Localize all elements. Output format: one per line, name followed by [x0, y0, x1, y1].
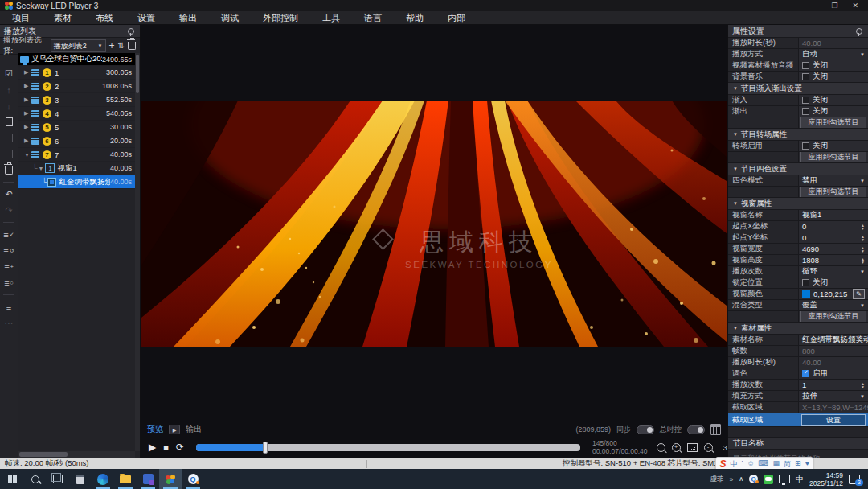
playlist-select[interactable]: 播放列表2 ▼: [51, 39, 106, 52]
tray-more[interactable]: »: [729, 475, 733, 483]
window-y-stepper[interactable]: 0▲▼: [799, 232, 868, 243]
play-mode-dropdown[interactable]: 自动▼: [799, 49, 868, 60]
menu-item[interactable]: 设置: [125, 12, 167, 24]
select-items-button[interactable]: ☑: [2, 68, 15, 80]
apply-to-checked-button[interactable]: 应用到勾选节目: [800, 187, 866, 197]
apply-to-checked-button[interactable]: 应用到勾选节目: [800, 152, 866, 162]
expander-icon[interactable]: ▶: [24, 124, 31, 130]
playlist-item-6[interactable]: ▶ 6 6 20.00s: [18, 134, 135, 148]
sync-toggle[interactable]: [637, 425, 654, 434]
expander-icon[interactable]: ▼: [38, 166, 45, 171]
expander-icon[interactable]: ▼: [24, 152, 31, 158]
spinner-icon[interactable]: ▲▼: [861, 257, 865, 264]
ime-icon[interactable]: ⊞: [795, 459, 801, 470]
window-item[interactable]: └ ▼ 1 视窗1 40.00s: [18, 162, 135, 175]
menu-item[interactable]: 工具: [310, 12, 352, 24]
window-play-times-dropdown[interactable]: 循环▼: [799, 266, 868, 277]
blend-type-dropdown[interactable]: 覆盖▼: [799, 300, 868, 310]
ime-icon[interactable]: ⌨: [759, 459, 769, 470]
playlist-edit-button[interactable]: ≡↺: [2, 244, 15, 257]
taskbar-explorer[interactable]: [114, 469, 137, 489]
menu-item[interactable]: 调试: [209, 12, 251, 24]
menu-item[interactable]: 语言: [352, 12, 394, 24]
taskbar-remote-app[interactable]: [137, 469, 159, 489]
fill-mode-dropdown[interactable]: 拉伸▼: [799, 391, 868, 401]
play-button[interactable]: ▶: [149, 442, 156, 453]
spinner-icon[interactable]: ▲▼: [861, 382, 865, 388]
menu-item[interactable]: 输出: [167, 12, 209, 24]
move-up-button[interactable]: ↑: [2, 84, 15, 96]
fit-screen-icon[interactable]: [687, 443, 698, 452]
playlist-remove-button[interactable]: ≡○: [2, 277, 15, 289]
zoom-out-icon[interactable]: -: [704, 443, 713, 452]
pin-icon[interactable]: [128, 28, 134, 35]
window-name-field[interactable]: 视窗1: [799, 210, 868, 220]
calculator-icon[interactable]: [710, 424, 721, 435]
section-four-color[interactable]: ▼节目四色设置: [728, 163, 868, 175]
fade-out-checkbox[interactable]: 关闭: [799, 106, 868, 117]
start-button[interactable]: [0, 469, 24, 489]
lock-position-checkbox[interactable]: 关闭: [799, 277, 868, 288]
section-transition[interactable]: ▼节目转场属性: [728, 129, 868, 141]
menu-item[interactable]: 帮助: [394, 12, 436, 24]
expander-icon[interactable]: ▶: [24, 97, 31, 103]
ime-icon[interactable]: ’: [741, 459, 743, 470]
menu-item[interactable]: 内部: [436, 12, 477, 24]
ime-icon[interactable]: 简: [784, 459, 791, 470]
screen-play-icon[interactable]: ▶: [169, 425, 180, 434]
transition-checkbox[interactable]: 关闭: [799, 141, 868, 151]
zoom-region-icon[interactable]: [657, 443, 665, 452]
expander-icon[interactable]: ▶: [24, 138, 31, 144]
ime-indicator[interactable]: 中: [796, 474, 804, 485]
stop-button[interactable]: ■: [163, 442, 169, 452]
ime-icon[interactable]: ▦: [773, 459, 780, 470]
toning-checkbox[interactable]: 启用: [799, 368, 868, 379]
tab-preview[interactable]: 预览: [147, 424, 163, 435]
playlist-item-1[interactable]: ▶ 1 1 300.05s: [18, 66, 135, 80]
delete-item-button[interactable]: [2, 164, 15, 176]
add-playlist-button[interactable]: +: [109, 41, 115, 51]
tab-output[interactable]: 输出: [186, 424, 202, 435]
taskbar-calculator[interactable]: [69, 469, 92, 489]
tray-q-icon[interactable]: Q: [749, 475, 758, 483]
window-width-stepper[interactable]: 4690▲▼: [799, 244, 868, 254]
expander-icon[interactable]: ▶: [24, 110, 31, 117]
spinner-icon[interactable]: ▲▼: [861, 246, 865, 253]
tray-chat-icon[interactable]: [764, 475, 773, 484]
menu-item[interactable]: 布线: [84, 12, 125, 24]
ime-logo[interactable]: S: [719, 458, 726, 470]
spinner-icon[interactable]: ▲▼: [861, 235, 865, 241]
window-height-stepper[interactable]: 1808▲▼: [799, 255, 868, 265]
material-play-times-stepper[interactable]: 1▲▼: [799, 380, 868, 390]
pin-icon[interactable]: [856, 28, 862, 35]
playlist-item-2[interactable]: ▶ 2 2 1008.05s: [18, 80, 135, 93]
menu-item[interactable]: 素材: [42, 12, 84, 24]
tray-toolbar-label[interactable]: 虚菲: [710, 475, 723, 484]
taskbar-seekway[interactable]: [159, 469, 182, 489]
section-material[interactable]: ▼素材属性: [728, 323, 868, 335]
expander-icon[interactable]: ▶: [24, 69, 31, 76]
undo-button[interactable]: ↶: [2, 188, 15, 200]
menu-item[interactable]: 外部控制: [251, 12, 310, 24]
progress-handle[interactable]: [263, 442, 268, 454]
total-time-toggle[interactable]: [687, 425, 705, 434]
window-x-stepper[interactable]: 0▲▼: [799, 221, 868, 232]
taskbar-q-app[interactable]: Q: [182, 469, 204, 489]
section-window[interactable]: ▼视窗属性: [728, 198, 868, 210]
task-view-button[interactable]: [47, 469, 69, 489]
tree-horizontal-scrollbar[interactable]: [18, 451, 135, 458]
more-button[interactable]: ⋯: [2, 317, 15, 329]
playlist-check-button[interactable]: ≡✓: [2, 228, 15, 240]
preview-canvas[interactable]: 思域科技 SEEKWAY TECHNOLOGY: [141, 101, 727, 347]
edit-color-button[interactable]: ✎: [853, 289, 865, 299]
spinner-icon[interactable]: ▲▼: [861, 224, 865, 230]
playlist-item-5[interactable]: ▶ 5 5 30.00s: [18, 121, 135, 134]
tree-root[interactable]: 义乌全球自贸中心20251014 - ... 2490.65s: [18, 53, 135, 66]
progress-slider[interactable]: [196, 444, 580, 451]
paste-insert-button[interactable]: [2, 148, 15, 160]
taskbar-search-button[interactable]: [24, 469, 47, 489]
expander-icon[interactable]: ▶: [24, 83, 31, 89]
window-color-field[interactable]: 0,120,215 ✎: [799, 289, 868, 299]
redo-button[interactable]: ↷: [2, 204, 15, 216]
tree-vertical-scrollbar[interactable]: [135, 53, 140, 451]
